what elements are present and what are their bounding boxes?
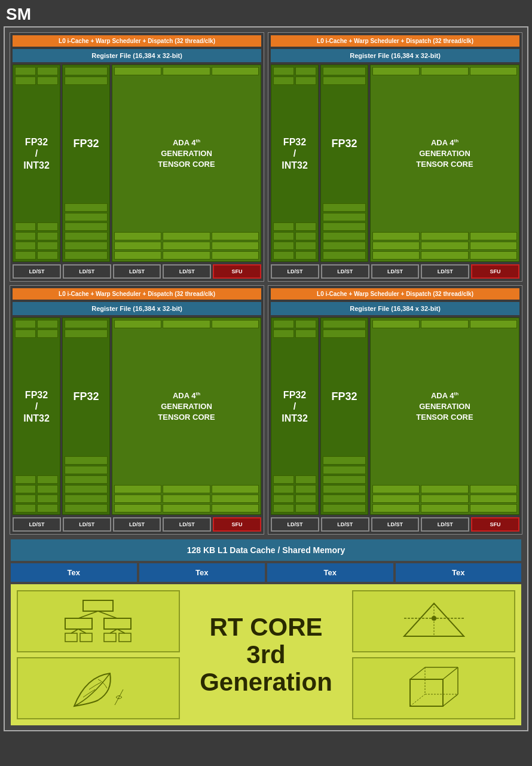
fp32-int32-label-4: FP32 / INT32 bbox=[282, 389, 308, 424]
triangle-diagram-icon bbox=[398, 597, 470, 645]
tensor-label-4: ADA 4thGENERATIONTENSOR CORE bbox=[416, 390, 473, 423]
svg-rect-3 bbox=[65, 633, 77, 642]
svg-rect-1 bbox=[65, 618, 92, 629]
fp32-int32-label-2: FP32 / INT32 bbox=[282, 136, 308, 171]
ldst-3-3: LD/ST bbox=[113, 517, 161, 532]
svg-rect-5 bbox=[104, 633, 116, 642]
ldst-2-4: LD/ST bbox=[421, 264, 469, 279]
quadrant-4: L0 i-Cache + Warp Scheduler + Dispatch (… bbox=[268, 285, 522, 535]
warp-scheduler-2: L0 i-Cache + Warp Scheduler + Dispatch (… bbox=[271, 35, 519, 47]
ldst-4-4: LD/ST bbox=[421, 517, 469, 532]
svg-line-7 bbox=[78, 611, 98, 618]
ldst-1-1: LD/ST bbox=[13, 264, 61, 279]
fp32-label-2: FP32 bbox=[331, 138, 357, 151]
quadrant-1: L0 i-Cache + Warp Scheduler + Dispatch (… bbox=[10, 32, 264, 282]
ldst-3-4: LD/ST bbox=[163, 517, 211, 532]
sfu-3: SFU bbox=[213, 517, 261, 532]
rt-core-label: RT CORE 3rd Generation bbox=[185, 590, 348, 719]
ldst-3-1: LD/ST bbox=[13, 517, 61, 532]
box3d-diagram-box bbox=[352, 657, 515, 719]
tex-cell-2: Tex bbox=[139, 563, 265, 582]
tensor-label-3: ADA 4thGENERATIONTENSOR CORE bbox=[158, 390, 215, 423]
svg-line-8 bbox=[98, 611, 117, 618]
tex-cell-3: Tex bbox=[267, 563, 393, 582]
svg-rect-0 bbox=[83, 600, 113, 611]
sfu-4: SFU bbox=[471, 517, 519, 532]
ldst-1-2: LD/ST bbox=[63, 264, 111, 279]
fp32-int32-label-3: FP32 / INT32 bbox=[23, 389, 50, 424]
svg-line-20 bbox=[443, 667, 458, 679]
svg-line-21 bbox=[443, 694, 458, 706]
quadrant-2: L0 i-Cache + Warp Scheduler + Dispatch (… bbox=[268, 32, 522, 282]
rt-core-line1: RT CORE bbox=[209, 614, 322, 641]
svg-line-12 bbox=[117, 629, 125, 633]
tensor-label-1: ADA 4thGENERATIONTENSOR CORE bbox=[158, 138, 215, 170]
bvh-diagram-icon bbox=[62, 597, 134, 645]
tex-row: Tex Tex Tex Tex bbox=[11, 563, 521, 582]
svg-line-11 bbox=[110, 629, 117, 633]
svg-line-25 bbox=[410, 694, 425, 706]
quadrant-3: L0 i-Cache + Warp Scheduler + Dispatch (… bbox=[10, 285, 264, 535]
register-file-2: Register File (16,384 x 32-bit) bbox=[271, 49, 519, 62]
register-file-3: Register File (16,384 x 32-bit) bbox=[13, 302, 261, 315]
sfu-1: SFU bbox=[213, 264, 261, 279]
svg-line-10 bbox=[78, 629, 86, 633]
ldst-4-3: LD/ST bbox=[371, 517, 420, 532]
fp32-label-4: FP32 bbox=[331, 390, 357, 404]
box3d-diagram-icon bbox=[398, 664, 470, 712]
leaf-diagram-box bbox=[17, 657, 180, 719]
tensor-label-2: ADA 4thGENERATIONTENSOR CORE bbox=[416, 138, 473, 170]
leaf-diagram-icon bbox=[62, 664, 134, 712]
rt-core-section: RT CORE 3rd Generation bbox=[11, 584, 521, 725]
svg-line-19 bbox=[410, 667, 425, 679]
triangle-diagram-box-top bbox=[352, 590, 515, 652]
ldst-2-1: LD/ST bbox=[271, 264, 319, 279]
fp32-label-3: FP32 bbox=[73, 390, 99, 404]
svg-rect-6 bbox=[119, 633, 131, 642]
ldst-4-2: LD/ST bbox=[321, 517, 369, 532]
bvh-diagram-box bbox=[17, 590, 180, 652]
register-file-4: Register File (16,384 x 32-bit) bbox=[271, 302, 519, 315]
fp32-int32-label-1: FP32 / INT32 bbox=[23, 136, 50, 171]
tex-cell-1: Tex bbox=[11, 563, 137, 582]
rt-core-line2: 3rd Generation bbox=[185, 641, 348, 696]
sfu-2: SFU bbox=[471, 264, 519, 279]
ldst-3-2: LD/ST bbox=[63, 517, 111, 532]
ldst-1-3: LD/ST bbox=[113, 264, 161, 279]
warp-scheduler-3: L0 i-Cache + Warp Scheduler + Dispatch (… bbox=[13, 288, 261, 300]
outer-border: L0 i-Cache + Warp Scheduler + Dispatch (… bbox=[4, 26, 528, 731]
ldst-1-4: LD/ST bbox=[163, 264, 211, 279]
svg-line-9 bbox=[71, 629, 78, 633]
ldst-2-3: LD/ST bbox=[371, 264, 420, 279]
tex-cell-4: Tex bbox=[396, 563, 522, 582]
svg-rect-2 bbox=[104, 618, 131, 629]
svg-rect-4 bbox=[80, 633, 92, 642]
warp-scheduler-1: L0 i-Cache + Warp Scheduler + Dispatch (… bbox=[13, 35, 261, 47]
ldst-4-1: LD/ST bbox=[271, 517, 319, 532]
register-file-1: Register File (16,384 x 32-bit) bbox=[13, 49, 261, 62]
ldst-2-2: LD/ST bbox=[321, 264, 369, 279]
warp-scheduler-4: L0 i-Cache + Warp Scheduler + Dispatch (… bbox=[271, 288, 519, 300]
sm-title: SM bbox=[0, 0, 532, 26]
fp32-label-1: FP32 bbox=[73, 138, 99, 151]
l1-cache-bar: 128 KB L1 Data Cache / Shared Memory bbox=[11, 539, 521, 561]
